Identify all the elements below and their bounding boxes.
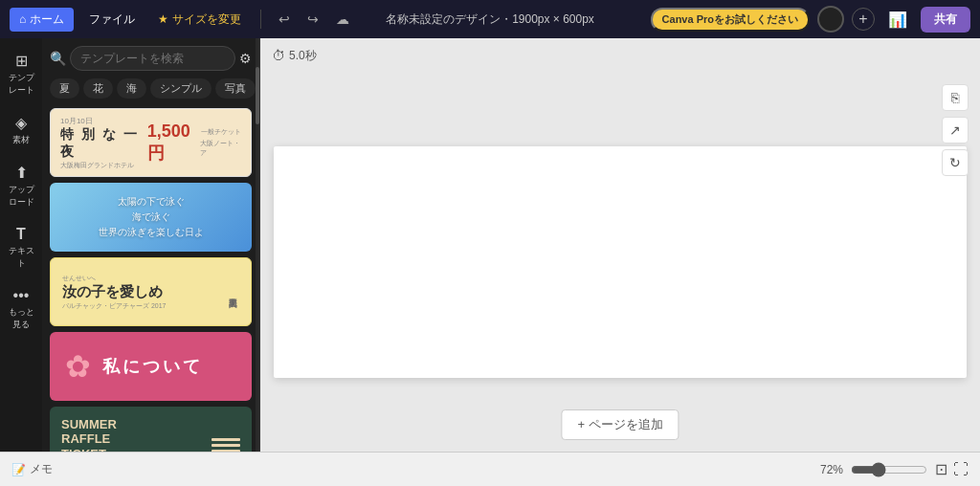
- home-icon: ⌂: [19, 12, 26, 26]
- fit-page-button[interactable]: ⊡: [935, 460, 947, 478]
- canvas-right-tools: ⎘ ↗ ↻: [942, 84, 969, 176]
- star-icon: ★: [158, 12, 168, 26]
- sidebar-item-elements[interactable]: ◈ 素材: [2, 108, 40, 152]
- tmpl5-lines: [212, 438, 240, 453]
- bottom-right-buttons: ⊡ ⛶: [935, 460, 969, 478]
- fullscreen-button[interactable]: ⛶: [953, 461, 969, 478]
- zoom-level: 72%: [820, 463, 843, 476]
- design-name: 名称未設定のデザイン・1900px × 600px: [386, 11, 594, 28]
- search-icon: 🔍: [50, 51, 66, 66]
- undo-button[interactable]: ↩: [273, 10, 296, 29]
- filter-tag-ocean[interactable]: 海: [117, 78, 146, 99]
- tmpl1-price: 1,500円: [147, 122, 200, 165]
- filter-tags: 夏 花 海 シンプル 写真 秋 ›: [42, 78, 259, 104]
- topbar: ⌂ ホーム ファイル ★ サイズを変更 ↩ ↪ ☁ 名称未設定のデザイン・190…: [0, 0, 980, 38]
- memo-label: メモ: [30, 461, 53, 477]
- filter-button[interactable]: ⚙: [239, 51, 252, 66]
- tmpl1-left: 10月10日 特 別 な 一 夜 大阪梅田グランドホテル: [60, 116, 147, 170]
- memo-area[interactable]: 📝 メモ: [11, 461, 53, 477]
- copy-canvas-button[interactable]: ⎘: [942, 84, 969, 111]
- tmpl3-left: せんせいへ 汝の子を愛しめ バルチャック・ビアチャーズ 2017: [62, 274, 167, 311]
- cloud-sync-button[interactable]: ☁: [330, 10, 355, 29]
- bottom-bar: 📝 メモ 72% ⊡ ⛶: [0, 452, 980, 486]
- divider: [260, 10, 261, 29]
- tmpl5-right: [212, 438, 240, 453]
- sidebar-item-more[interactable]: ••• もっと見る: [2, 281, 40, 337]
- panel-scroll-track: [256, 38, 259, 452]
- filter-tag-photo[interactable]: 写真: [215, 78, 256, 99]
- main-layout: ⊞ テンプレート ◈ 素材 ⬆ アップロード T テキスト ••• もっと見る …: [0, 38, 980, 452]
- template-special-night[interactable]: 10月10日 特 別 な 一 夜 大阪梅田グランドホテル 1,500円 一般チケ…: [50, 108, 252, 177]
- canvas-workspace[interactable]: ⎘ ↗ ↻ + ページを追加: [260, 73, 980, 452]
- share-canvas-button[interactable]: ↗: [942, 117, 969, 144]
- tmpl5-line3: [212, 450, 240, 453]
- filter-tag-simple[interactable]: シンプル: [150, 78, 212, 99]
- sidebar-item-templates[interactable]: ⊞ テンプレート: [2, 46, 40, 102]
- template-about-me[interactable]: ✿ 私について: [50, 332, 252, 401]
- canvas-area: ⏱ 5.0秒 ⎘ ↗ ↻ + ページを追加: [260, 38, 980, 452]
- zoom-area: 72% ⊡ ⛶: [820, 460, 969, 478]
- text-icon: T: [16, 226, 26, 243]
- timer-icon: ⏱: [272, 48, 285, 63]
- upload-icon: ⬆: [15, 164, 28, 182]
- panel-scroll-thumb: [256, 67, 259, 124]
- search-input[interactable]: [70, 46, 235, 71]
- memo-icon: 📝: [11, 463, 26, 476]
- file-button[interactable]: ファイル: [81, 8, 143, 32]
- topbar-left: ⌂ ホーム ファイル ★ サイズを変更 ↩ ↪ ☁: [10, 8, 355, 32]
- template-ocean[interactable]: 太陽の下で泳ぐ 海で泳ぐ 世界の泳ぎを楽しむ日よ: [50, 183, 252, 252]
- elements-icon: ◈: [15, 114, 27, 132]
- sidebar-item-text[interactable]: T テキスト: [2, 220, 40, 276]
- topbar-center: 名称未設定のデザイン・1900px × 600px: [386, 11, 594, 28]
- home-button[interactable]: ⌂ ホーム: [10, 8, 74, 32]
- template-summer-raffle[interactable]: SUMMER RAFFLE TICKET 夏祭りショッピングナイト: [50, 407, 252, 452]
- more-icon: •••: [13, 287, 30, 304]
- size-button[interactable]: ★ サイズを変更: [150, 8, 249, 32]
- templates-icon: ⊞: [15, 52, 28, 70]
- refresh-canvas-button[interactable]: ↻: [942, 149, 969, 176]
- tmpl1-right: 一般チケット 大阪ノート・ア: [200, 127, 241, 158]
- redo-button[interactable]: ↪: [301, 10, 324, 29]
- template-panel: 🔍 ⚙ 夏 花 海 シンプル 写真 秋 › 10月10日 特 別 な 一 夜 大…: [42, 38, 260, 452]
- filter-tag-flower[interactable]: 花: [83, 78, 113, 99]
- tmpl2-text: 太陽の下で泳ぐ 海で泳ぐ 世界の泳ぎを楽しむ日よ: [99, 194, 204, 240]
- flower-icon: ✿: [65, 348, 91, 385]
- canvas-time: ⏱ 5.0秒: [272, 48, 317, 64]
- search-bar: 🔍 ⚙: [42, 38, 259, 78]
- canvas-toolbar: ⏱ 5.0秒: [260, 38, 980, 73]
- filter-tag-summer[interactable]: 夏: [50, 78, 79, 99]
- share-button[interactable]: 共有: [921, 7, 970, 33]
- avatar[interactable]: [817, 6, 844, 33]
- tmpl5-line2: [212, 444, 240, 447]
- add-people-button[interactable]: +: [852, 8, 875, 31]
- topbar-actions: ↩ ↪ ☁: [273, 10, 355, 29]
- analytics-button[interactable]: 📊: [882, 9, 913, 31]
- tmpl4-title: 私について: [102, 355, 203, 378]
- icon-sidebar: ⊞ テンプレート ◈ 素材 ⬆ アップロード T テキスト ••• もっと見る: [0, 38, 42, 452]
- tmpl5-left: SUMMER RAFFLE TICKET 夏祭りショッピングナイト: [61, 417, 142, 452]
- zoom-slider[interactable]: [851, 462, 927, 477]
- canvas-page: [274, 146, 967, 378]
- canva-pro-button[interactable]: Canva Proをお試しください: [651, 8, 810, 32]
- tmpl5-line1: [212, 438, 240, 441]
- sidebar-item-upload[interactable]: ⬆ アップロード: [2, 158, 40, 214]
- template-list: 10月10日 特 別 な 一 夜 大阪梅田グランドホテル 1,500円 一般チケ…: [42, 104, 259, 452]
- topbar-right: Canva Proをお試しください + 📊 共有: [651, 6, 970, 33]
- template-child-love[interactable]: せんせいへ 汝の子を愛しめ バルチャック・ビアチャーズ 2017 要事記入名前: [50, 257, 252, 326]
- add-page-button[interactable]: + ページを追加: [561, 409, 679, 440]
